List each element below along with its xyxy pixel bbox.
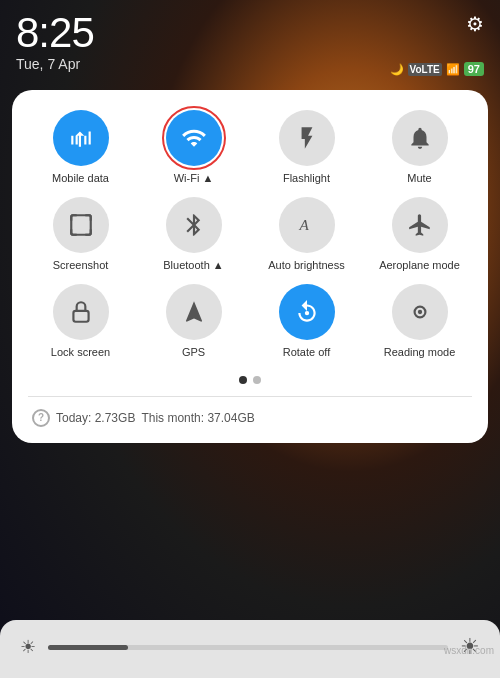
screenshot-icon <box>68 212 94 238</box>
screenshot-label: Screenshot <box>53 259 109 272</box>
brightness-track[interactable] <box>48 645 448 650</box>
mobile-data-label: Mobile data <box>52 172 109 185</box>
gear-icon[interactable]: ⚙ <box>466 12 484 36</box>
today-data: Today: 2.73GB <box>56 411 135 425</box>
reading-mode-label: Reading mode <box>384 346 456 359</box>
data-usage-icon: ? <box>32 409 50 427</box>
quick-settings-panel: Mobile data Wi-Fi ▲ Flashlight <box>12 90 488 443</box>
mobile-data-icon <box>68 125 94 151</box>
flashlight-icon-wrap <box>279 110 335 166</box>
aeroplane-icon <box>407 212 433 238</box>
qs-item-reading-mode[interactable]: Reading mode <box>367 284 472 359</box>
lock-screen-label: Lock screen <box>51 346 110 359</box>
lock-screen-icon <box>68 299 94 325</box>
status-icons: 🌙 VoLTE 📶 97 <box>390 62 484 76</box>
wifi-icon <box>181 125 207 151</box>
qs-item-rotate-off[interactable]: Rotate off <box>254 284 359 359</box>
rotate-off-icon-wrap <box>279 284 335 340</box>
rotate-off-icon <box>294 299 320 325</box>
reading-mode-icon <box>407 299 433 325</box>
auto-brightness-icon-wrap: A <box>279 197 335 253</box>
divider <box>28 396 472 397</box>
clock: 8:25 <box>16 12 94 54</box>
brightness-bar-panel: ☀ ☀ <box>0 620 500 678</box>
wifi-label: Wi-Fi ▲ <box>174 172 214 185</box>
month-data: This month: 37.04GB <box>141 411 254 425</box>
bluetooth-icon <box>181 212 207 238</box>
brightness-fill <box>48 645 128 650</box>
svg-rect-0 <box>71 215 91 235</box>
gps-icon <box>181 299 207 325</box>
qs-item-gps[interactable]: GPS <box>141 284 246 359</box>
screenshot-icon-wrap <box>53 197 109 253</box>
wifi-icon-wrap <box>166 110 222 166</box>
mute-icon <box>407 125 433 151</box>
moon-icon: 🌙 <box>390 63 404 76</box>
qs-item-bluetooth[interactable]: Bluetooth ▲ <box>141 197 246 272</box>
lock-screen-icon-wrap <box>53 284 109 340</box>
svg-text:A: A <box>298 217 309 234</box>
qs-item-flashlight[interactable]: Flashlight <box>254 110 359 185</box>
signal-icon: 📶 <box>446 63 460 76</box>
reading-mode-icon-wrap <box>392 284 448 340</box>
date: Tue, 7 Apr <box>16 56 94 72</box>
aeroplane-label: Aeroplane mode <box>379 259 460 272</box>
auto-brightness-label: Auto brightness <box>268 259 344 272</box>
watermark: wsxdn.com <box>444 645 494 656</box>
dot-2 <box>253 376 261 384</box>
status-bar: 8:25 Tue, 7 Apr ⚙ 🌙 VoLTE 📶 97 <box>0 0 500 82</box>
svg-rect-10 <box>73 311 88 322</box>
mute-icon-wrap <box>392 110 448 166</box>
qs-item-aeroplane[interactable]: Aeroplane mode <box>367 197 472 272</box>
qs-item-auto-brightness[interactable]: A Auto brightness <box>254 197 359 272</box>
pagination-dots <box>28 376 472 384</box>
auto-brightness-icon: A <box>294 212 320 238</box>
bluetooth-icon-wrap <box>166 197 222 253</box>
bluetooth-label: Bluetooth ▲ <box>163 259 223 272</box>
brightness-low-icon: ☀ <box>20 636 36 658</box>
qs-item-mobile-data[interactable]: Mobile data <box>28 110 133 185</box>
qs-item-screenshot[interactable]: Screenshot <box>28 197 133 272</box>
qs-grid: Mobile data Wi-Fi ▲ Flashlight <box>28 110 472 360</box>
gps-label: GPS <box>182 346 205 359</box>
volte-icon: VoLTE <box>408 63 442 76</box>
rotate-off-label: Rotate off <box>283 346 331 359</box>
gps-icon-wrap <box>166 284 222 340</box>
qs-item-mute[interactable]: Mute <box>367 110 472 185</box>
battery-icon: 97 <box>464 62 484 76</box>
flashlight-icon <box>294 125 320 151</box>
dot-1 <box>239 376 247 384</box>
aeroplane-icon-wrap <box>392 197 448 253</box>
svg-point-11 <box>304 311 308 315</box>
mobile-data-icon-wrap <box>53 110 109 166</box>
flashlight-label: Flashlight <box>283 172 330 185</box>
qs-item-lock-screen[interactable]: Lock screen <box>28 284 133 359</box>
mute-label: Mute <box>407 172 431 185</box>
data-usage: ? Today: 2.73GB This month: 37.04GB <box>28 409 472 427</box>
qs-item-wifi[interactable]: Wi-Fi ▲ <box>141 110 246 185</box>
svg-point-13 <box>417 310 421 314</box>
